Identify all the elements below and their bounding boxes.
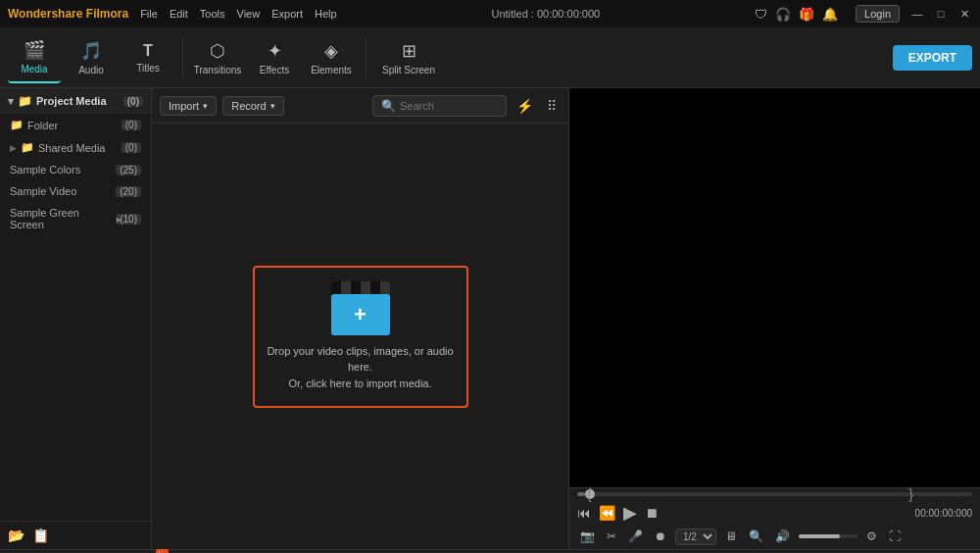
green-item-name: Sample Green Screen — [10, 207, 116, 230]
stop-button[interactable]: ⏹ — [645, 505, 659, 521]
list-item-folder[interactable]: 📁 Folder (0) — [0, 114, 151, 136]
add-folder-button[interactable]: 📂 — [8, 528, 24, 543]
login-button[interactable]: Login — [856, 5, 900, 23]
speed-indicator: ▶ — [156, 549, 169, 553]
drop-zone-area: + Drop your video clips, images, or audi… — [152, 124, 568, 549]
list-item-shared[interactable]: ▶ 📁 Shared Media (0) — [0, 136, 151, 159]
toolbar-effects[interactable]: ✦ Effects — [248, 32, 301, 83]
titles-icon: T — [143, 42, 153, 60]
scissors-icon[interactable]: ✂ — [604, 528, 619, 545]
toolbar-effects-label: Effects — [260, 65, 289, 75]
mic-icon[interactable]: 🎤 — [625, 528, 646, 545]
folder-collapse-icon: ▾ — [8, 95, 14, 108]
menu-edit[interactable]: Edit — [170, 8, 188, 20]
split-screen-icon: ⊞ — [402, 40, 416, 62]
record-label: Record — [231, 100, 266, 112]
rec-icon[interactable]: ⏺ — [652, 528, 669, 545]
zoom-icon[interactable]: 🔍 — [746, 528, 766, 545]
progress-bar[interactable]: { } — [577, 492, 972, 496]
preview-panel: { } ⏮ ⏪ ▶ ⏹ 00:00:00:000 📷 ✂ 🎤 ⏺ 1/2 🖥 🔍 — [568, 88, 980, 549]
headset-icon[interactable]: 🎧 — [775, 7, 791, 22]
app-logo: Wondershare Filmora — [8, 7, 128, 21]
menu-bar: File Edit Tools View Export Help — [140, 8, 336, 20]
colors-item-name: Sample Colors — [10, 164, 80, 176]
main-area: ▾ 📁 Project Media (0) 📁 Folder (0) ▶ 📁 S… — [0, 88, 980, 549]
playback-controls: ⏮ ⏪ ▶ ⏹ 00:00:00:000 — [577, 502, 972, 524]
menu-tools[interactable]: Tools — [200, 8, 225, 20]
gift-icon[interactable]: 🎁 — [799, 7, 814, 22]
volume-fill — [799, 534, 840, 538]
search-icon: 🔍 — [381, 99, 396, 113]
elements-icon: ◈ — [324, 40, 338, 62]
list-item-green[interactable]: Sample Green Screen (10) ▸ — [0, 202, 151, 235]
shared-icon: 📁 — [21, 141, 34, 154]
settings-icon[interactable]: ⚙ — [863, 528, 880, 545]
skip-back-button[interactable]: ⏮ — [577, 505, 591, 521]
search-input[interactable] — [400, 100, 498, 112]
speed-selector[interactable]: 1/2 — [675, 528, 716, 545]
panel-bottom-actions: 📂 📋 — [0, 521, 151, 549]
clapboard-body: + — [331, 294, 390, 335]
volume-slider[interactable] — [799, 534, 858, 538]
center-panel: Import ▾ Record ▾ 🔍 ⚡ ⠿ — [152, 88, 568, 549]
panel-count-badge: (0) — [123, 96, 143, 107]
shield-icon[interactable]: 🛡 — [755, 7, 767, 22]
toolbar-transitions[interactable]: ⬡ Transitions — [191, 32, 244, 83]
toolbar-audio-label: Audio — [78, 65, 104, 75]
add-item-button[interactable]: 📋 — [32, 528, 49, 543]
minimize-button[interactable]: — — [909, 6, 925, 22]
import-chevron-icon: ▾ — [203, 101, 208, 111]
drop-zone[interactable]: + Drop your video clips, images, or audi… — [253, 266, 468, 408]
toolbar-split-screen[interactable]: ⊞ Split Screen — [374, 32, 443, 83]
media-toolbar: Import ▾ Record ▾ 🔍 ⚡ ⠿ — [152, 88, 568, 124]
record-button[interactable]: Record ▾ — [222, 96, 283, 116]
preview-video-area — [569, 88, 980, 487]
list-item-video[interactable]: Sample Video (20) — [0, 180, 151, 202]
close-button[interactable]: ✕ — [956, 6, 972, 22]
toolbar-transitions-label: Transitions — [194, 65, 242, 75]
media-icon: 🎬 — [24, 39, 45, 61]
colors-count: (25) — [116, 165, 141, 176]
plus-icon: + — [354, 302, 367, 327]
panel-title: Project Media — [36, 95, 107, 107]
list-item-colors[interactable]: Sample Colors (25) — [0, 159, 151, 180]
step-back-button[interactable]: ⏪ — [599, 505, 615, 521]
folder-item-name: 📁 Folder — [10, 119, 58, 131]
fullscreen-icon[interactable]: ⛶ — [886, 528, 904, 545]
folder-icon: 📁 — [18, 94, 32, 108]
bracket-left-icon: { — [587, 486, 592, 502]
filter-icon[interactable]: ⚡ — [513, 96, 537, 116]
maximize-button[interactable]: □ — [933, 6, 949, 22]
video-count: (20) — [116, 186, 141, 197]
window-controls: — □ ✕ — [909, 6, 972, 22]
progress-fill — [577, 492, 585, 496]
video-item-name: Sample Video — [10, 185, 76, 197]
export-button[interactable]: EXPORT — [893, 45, 972, 71]
screen-icon[interactable]: 🖥 — [722, 528, 740, 545]
menu-file[interactable]: File — [140, 8, 158, 20]
audio-icon: 🎵 — [80, 40, 102, 62]
titlebar: Wondershare Filmora File Edit Tools View… — [0, 0, 980, 27]
time-display: 00:00:00:000 — [915, 508, 972, 519]
play-button[interactable]: ▶ — [623, 502, 637, 524]
toolbar-media[interactable]: 🎬 Media — [8, 32, 61, 83]
toolbar-titles-label: Titles — [136, 63, 160, 74]
import-button[interactable]: Import ▾ — [160, 96, 217, 116]
toolbar-elements[interactable]: ◈ Elements — [305, 32, 358, 83]
folder-count: (0) — [122, 120, 141, 130]
bell-icon[interactable]: 🔔 — [822, 7, 838, 22]
transitions-icon: ⬡ — [210, 40, 225, 62]
toolbar-titles[interactable]: T Titles — [122, 32, 174, 83]
menu-view[interactable]: View — [237, 8, 261, 20]
menu-export[interactable]: Export — [271, 8, 303, 20]
toolbar-divider — [182, 38, 183, 77]
grid-view-icon[interactable]: ⠿ — [543, 96, 561, 116]
toolbar-media-label: Media — [21, 64, 47, 75]
search-box[interactable]: 🔍 — [372, 95, 507, 117]
record-chevron-icon: ▾ — [270, 101, 275, 111]
toolbar-audio[interactable]: 🎵 Audio — [65, 32, 118, 83]
toolbar-elements-label: Elements — [311, 65, 352, 75]
volume-icon[interactable]: 🔊 — [772, 528, 793, 545]
camera-icon[interactable]: 📷 — [577, 528, 598, 545]
menu-help[interactable]: Help — [315, 8, 337, 20]
